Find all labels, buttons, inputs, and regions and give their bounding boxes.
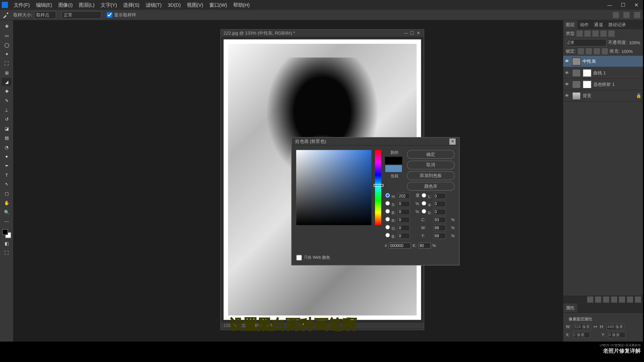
l-input[interactable] bbox=[433, 193, 446, 199]
lasso-tool[interactable]: ◯ bbox=[2, 41, 11, 49]
filter-txt-icon[interactable] bbox=[592, 31, 598, 37]
menu-3d[interactable]: 3D(D) bbox=[165, 2, 184, 8]
y-input[interactable] bbox=[433, 233, 446, 239]
y-input[interactable] bbox=[608, 332, 626, 338]
eyedropper-tool[interactable]: ◢ bbox=[2, 78, 11, 86]
menu-help[interactable]: 帮助(H) bbox=[230, 2, 253, 8]
menu-file[interactable]: 文件(F) bbox=[11, 2, 33, 8]
doc-close[interactable]: ✕ bbox=[416, 31, 421, 36]
path-tool[interactable]: ↖ bbox=[2, 180, 11, 188]
history-brush-tool[interactable]: ↺ bbox=[2, 115, 11, 123]
crop-tool[interactable]: ⛶ bbox=[2, 59, 11, 67]
frame-tool[interactable]: ⊞ bbox=[2, 69, 11, 77]
w-input[interactable] bbox=[573, 324, 591, 330]
pen-tool[interactable]: ✒ bbox=[2, 162, 11, 170]
layer-curves[interactable]: 👁曲线 1 bbox=[563, 67, 643, 79]
group-icon[interactable] bbox=[619, 296, 625, 302]
lock-all-icon[interactable] bbox=[602, 48, 608, 54]
lock-pos-icon[interactable] bbox=[594, 48, 600, 54]
picker-close[interactable]: ✕ bbox=[449, 138, 455, 144]
filter-smart-icon[interactable] bbox=[608, 31, 614, 37]
r-input[interactable] bbox=[397, 217, 410, 223]
color-lib-button[interactable]: 颜色库 bbox=[407, 182, 455, 191]
hue-slider[interactable] bbox=[375, 150, 381, 225]
link-wh-icon[interactable]: ⚯ bbox=[594, 325, 597, 329]
win-max[interactable]: ☐ bbox=[616, 2, 630, 8]
more-tools[interactable]: ⋯ bbox=[2, 217, 11, 225]
menu-select[interactable]: 选择(S) bbox=[120, 2, 143, 8]
ok-button[interactable]: 确定 bbox=[407, 150, 455, 159]
layer-neutral-gray[interactable]: 👁中性灰 bbox=[563, 56, 643, 67]
mask-icon[interactable] bbox=[603, 296, 609, 302]
c-input[interactable] bbox=[433, 217, 446, 223]
wand-tool[interactable]: ✦ bbox=[2, 50, 11, 58]
new-layer-icon[interactable] bbox=[627, 296, 633, 302]
layer-background[interactable]: 👁背景🔒 bbox=[563, 90, 643, 102]
filter-img-icon[interactable] bbox=[577, 31, 583, 37]
filter-shape-icon[interactable] bbox=[600, 31, 606, 37]
sample-select[interactable]: 正常 bbox=[61, 11, 101, 19]
h-input[interactable] bbox=[606, 324, 624, 330]
k-input[interactable] bbox=[418, 242, 431, 248]
vis-icon[interactable]: 👁 bbox=[565, 59, 570, 64]
marquee-tool[interactable]: ▭ bbox=[2, 32, 11, 40]
menu-filter[interactable]: 滤镜(T) bbox=[143, 2, 165, 8]
brush-tool[interactable]: ✎ bbox=[2, 97, 11, 105]
move-tool[interactable]: ✥ bbox=[2, 22, 11, 30]
vis-icon[interactable]: 👁 bbox=[565, 94, 570, 99]
share-icon[interactable] bbox=[634, 12, 640, 18]
l-radio[interactable] bbox=[422, 193, 427, 198]
tab-layers[interactable]: 图层 bbox=[563, 20, 577, 29]
vis-icon[interactable]: 👁 bbox=[565, 70, 570, 75]
h-radio[interactable] bbox=[385, 193, 390, 198]
doc-max[interactable]: ☐ bbox=[410, 31, 415, 36]
zoom-tool[interactable]: 🔍 bbox=[2, 208, 11, 216]
dodge-tool[interactable]: ● bbox=[2, 152, 11, 160]
hex-input[interactable] bbox=[389, 242, 411, 248]
fx-icon[interactable] bbox=[595, 296, 601, 302]
web-only-checkbox[interactable] bbox=[296, 255, 302, 260]
gradient-tool[interactable]: ▤ bbox=[2, 134, 11, 142]
bv-input[interactable] bbox=[397, 208, 410, 215]
tab-actions[interactable]: 动作 bbox=[577, 20, 591, 29]
bb2-radio[interactable] bbox=[385, 233, 390, 238]
menu-image[interactable]: 图像(I) bbox=[55, 2, 76, 8]
a-radio[interactable] bbox=[422, 201, 427, 206]
r-radio[interactable] bbox=[385, 217, 390, 222]
a-input[interactable] bbox=[433, 201, 446, 207]
add-swatch-button[interactable]: 添加到色板 bbox=[407, 171, 455, 180]
g-input[interactable] bbox=[397, 225, 410, 231]
s-radio[interactable] bbox=[385, 201, 390, 206]
menu-edit[interactable]: 编辑(E) bbox=[33, 2, 55, 8]
menu-window[interactable]: 窗口(W) bbox=[206, 2, 230, 8]
b-input[interactable] bbox=[433, 208, 446, 215]
win-min[interactable]: — bbox=[603, 2, 616, 8]
workspace-icon[interactable] bbox=[624, 12, 630, 18]
s-input[interactable] bbox=[397, 201, 410, 207]
stamp-tool[interactable]: ⊥ bbox=[2, 106, 11, 114]
cancel-button[interactable]: 取消 bbox=[407, 161, 455, 169]
quickmask-tool[interactable]: ◧ bbox=[2, 239, 11, 247]
filter-adj-icon[interactable] bbox=[584, 31, 590, 37]
h-input[interactable] bbox=[397, 193, 410, 199]
menu-type[interactable]: 文字(Y) bbox=[98, 2, 120, 8]
g-radio[interactable] bbox=[385, 225, 390, 230]
x-input[interactable] bbox=[572, 332, 590, 338]
tab-channels[interactable]: 通道 bbox=[592, 20, 606, 29]
shape-tool[interactable]: ▢ bbox=[2, 189, 11, 197]
color-field[interactable] bbox=[296, 150, 371, 225]
m-input[interactable] bbox=[433, 225, 446, 231]
fill-value[interactable]: 100% bbox=[622, 49, 633, 54]
doc-min[interactable]: — bbox=[404, 31, 409, 36]
search-icon[interactable] bbox=[613, 12, 619, 18]
blur-tool[interactable]: ◔ bbox=[2, 143, 11, 151]
win-close[interactable]: ✕ bbox=[630, 2, 643, 8]
menu-view[interactable]: 视图(V) bbox=[184, 2, 206, 8]
current-color-swatch[interactable] bbox=[385, 165, 402, 173]
opacity-value[interactable]: 100% bbox=[629, 40, 640, 45]
bb-input[interactable] bbox=[397, 233, 410, 239]
lock-pix-icon[interactable] bbox=[586, 48, 592, 54]
show-ring-checkbox[interactable] bbox=[107, 12, 112, 18]
trash-icon[interactable] bbox=[635, 296, 641, 302]
sample-size-select[interactable]: 取样点 bbox=[34, 11, 56, 19]
